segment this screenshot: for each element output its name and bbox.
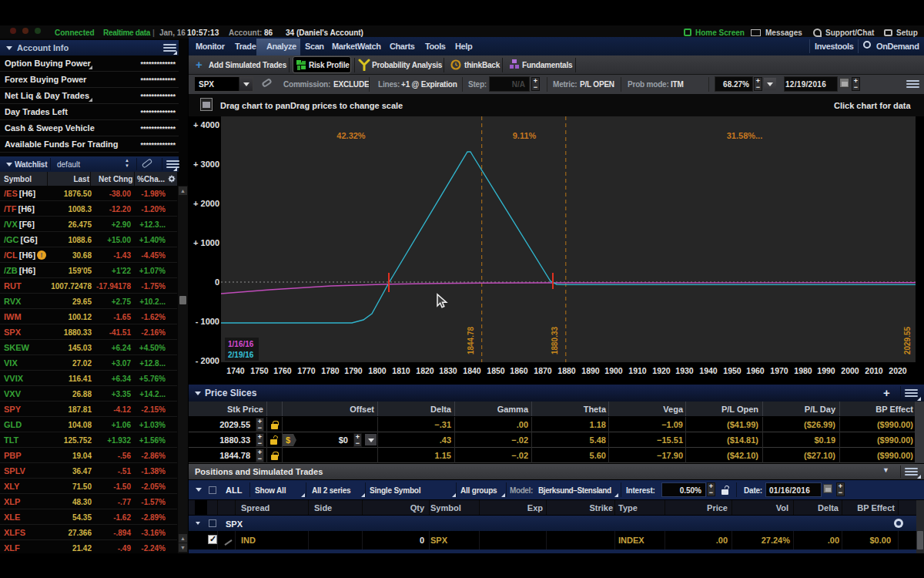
- svg-text:0: 0: [215, 277, 219, 287]
- svg-text:1840: 1840: [463, 366, 481, 375]
- svg-text:+ 1000: + 1000: [193, 238, 219, 247]
- svg-text:1870: 1870: [534, 366, 552, 375]
- svg-text:1830: 1830: [439, 366, 457, 375]
- svg-text:1750: 1750: [250, 366, 269, 375]
- svg-text:1850: 1850: [487, 366, 505, 375]
- svg-text:2029.55: 2029.55: [903, 326, 912, 355]
- svg-text:- 1000: - 1000: [196, 317, 219, 326]
- svg-text:1900: 1900: [604, 366, 623, 375]
- svg-text:1960: 1960: [746, 366, 765, 375]
- svg-text:2000: 2000: [841, 366, 859, 375]
- svg-text:1890: 1890: [581, 366, 600, 375]
- svg-text:1930: 1930: [675, 366, 694, 375]
- svg-text:1860: 1860: [510, 366, 528, 375]
- svg-text:1910: 1910: [628, 366, 647, 375]
- svg-text:1810: 1810: [392, 366, 410, 375]
- svg-text:1740: 1740: [226, 366, 245, 375]
- svg-text:1780: 1780: [321, 366, 340, 375]
- svg-text:1970: 1970: [770, 366, 788, 375]
- svg-text:1820: 1820: [416, 366, 434, 375]
- svg-text:31.58%...: 31.58%...: [727, 131, 762, 140]
- svg-text:1/16/16: 1/16/16: [228, 340, 254, 348]
- svg-text:2020: 2020: [889, 366, 907, 375]
- svg-text:+ 3000: + 3000: [193, 160, 219, 169]
- svg-text:1980: 1980: [794, 366, 812, 375]
- svg-text:- 2000: - 2000: [196, 356, 219, 365]
- svg-text:42.32%: 42.32%: [336, 131, 366, 140]
- svg-text:1770: 1770: [297, 366, 316, 375]
- svg-text:9.11%: 9.11%: [513, 131, 537, 140]
- svg-text:1800: 1800: [368, 366, 387, 375]
- svg-text:+ 4000: + 4000: [193, 120, 219, 129]
- svg-text:2/19/16: 2/19/16: [228, 351, 254, 359]
- svg-text:1940: 1940: [699, 366, 718, 375]
- svg-text:1844.78: 1844.78: [467, 326, 475, 355]
- svg-text:1790: 1790: [344, 366, 363, 375]
- svg-text:1880: 1880: [557, 366, 576, 375]
- svg-text:1920: 1920: [652, 366, 671, 375]
- svg-text:1950: 1950: [723, 366, 742, 375]
- svg-text:1760: 1760: [273, 366, 292, 375]
- svg-text:1880.33: 1880.33: [551, 326, 559, 355]
- svg-text:1990: 1990: [817, 366, 835, 375]
- svg-text:+ 2000: + 2000: [193, 199, 219, 208]
- svg-text:2010: 2010: [865, 366, 883, 375]
